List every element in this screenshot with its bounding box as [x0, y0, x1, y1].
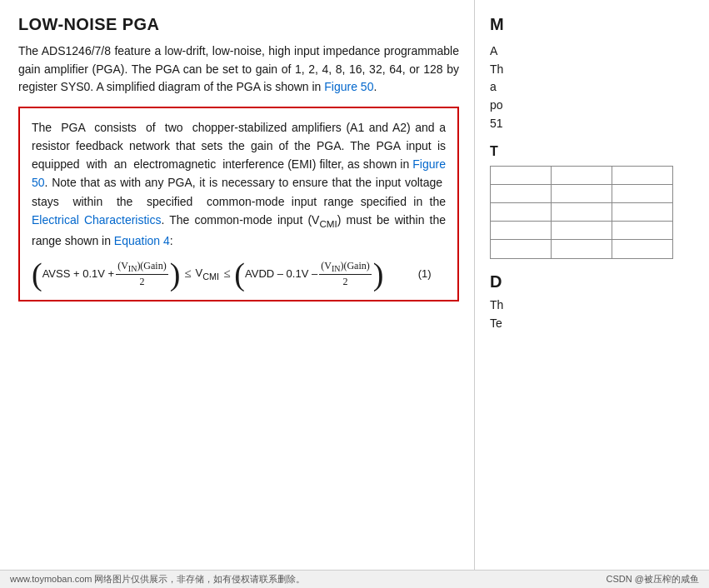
- frac1-numerator: (VIN)(Gain): [116, 260, 168, 275]
- table-row: [491, 185, 672, 203]
- left-column: LOW-NOISE PGA The ADS1246/7/8 feature a …: [0, 0, 475, 588]
- frac2-denominator: 2: [342, 275, 350, 288]
- intro-text-period: .: [373, 80, 377, 93]
- equation4-link[interactable]: Equation 4: [114, 234, 170, 247]
- right-paren-2: ): [373, 258, 384, 290]
- table-cell: [491, 240, 552, 258]
- left-paren-1: (: [32, 258, 42, 290]
- table-cell: [491, 222, 552, 239]
- fraction-2: (VIN)(Gain) 2: [319, 260, 372, 288]
- equation-row: ( AVSS + 0.1V + (VIN)(Gain) 2 ) ≤ VCMI ≤…: [32, 258, 446, 290]
- table-cell: [491, 203, 552, 221]
- fraction-1: (VIN)(Gain) 2: [116, 260, 168, 288]
- table-cell: [552, 185, 612, 202]
- intro-text-before-link: The ADS1246/7/8 feature a low-drift, low…: [18, 44, 459, 93]
- boxed-text-colon: :: [170, 234, 173, 247]
- electrical-characteristics-link[interactable]: Electrical Characteristics: [32, 213, 161, 227]
- vin-sub-2: IN: [332, 264, 341, 273]
- footer-right-text: CSDN @被压榨的咸鱼: [607, 573, 699, 586]
- right-text-d: Th Te: [490, 296, 697, 332]
- table-cell: [612, 167, 672, 184]
- vcmi-symbol: VCMI: [196, 267, 220, 282]
- table-cell: [552, 222, 612, 239]
- boxed-text-1: The PGA consists of two chopper-stabiliz…: [32, 121, 446, 171]
- footer-bar: www.toymoban.com 网络图片仅供展示，非存储，如有侵权请联系删除。…: [0, 570, 709, 588]
- figure50-link-intro[interactable]: Figure 50: [324, 80, 373, 93]
- right-table: [490, 166, 673, 259]
- table-row: [491, 222, 672, 240]
- right-text-a: A Th a po 51: [490, 42, 697, 132]
- table-cell: [612, 203, 672, 221]
- table-row: [491, 167, 672, 185]
- right-section-title-d: D: [490, 272, 697, 292]
- intro-paragraph: The ADS1246/7/8 feature a low-drift, low…: [18, 42, 459, 97]
- vcmi-sub-eq: CMI: [202, 272, 219, 282]
- vin-sub-1: IN: [128, 264, 137, 273]
- table-row: [491, 203, 672, 222]
- footer-left-text: www.toymoban.com 网络图片仅供展示，非存储，如有侵权请联系删除。: [10, 573, 305, 586]
- right-section-title-m: M: [490, 15, 697, 34]
- avss-text: AVSS + 0.1V +: [42, 267, 114, 280]
- vcmi-subscript: CMI: [319, 217, 337, 228]
- right-paren-1: ): [170, 258, 181, 290]
- boxed-paragraph: The PGA consists of two chopper-stabiliz…: [32, 118, 446, 250]
- table-cell: [612, 240, 672, 258]
- right-section-title-t: T: [490, 144, 697, 159]
- table-cell: [552, 203, 612, 221]
- table-cell: [552, 240, 612, 258]
- leq-symbol-2: ≤: [223, 267, 230, 281]
- right-column: M A Th a po 51 T: [475, 0, 709, 588]
- left-paren-2: (: [234, 258, 245, 290]
- table-cell: [552, 167, 612, 184]
- table-cell: [612, 222, 672, 239]
- avdd-text: AVDD – 0.1V –: [245, 267, 317, 280]
- leq-symbol-1: ≤: [184, 267, 191, 281]
- section-title: LOW-NOISE PGA: [18, 15, 459, 34]
- equation-number: (1): [418, 267, 432, 280]
- boxed-text-2: . Note that as with any PGA, it is neces…: [32, 176, 446, 207]
- frac1-denominator: 2: [137, 275, 146, 288]
- boxed-section: The PGA consists of two chopper-stabiliz…: [18, 107, 459, 301]
- table-cell: [612, 185, 672, 202]
- table-row: [491, 240, 672, 258]
- table-cell: [491, 185, 552, 202]
- frac2-numerator: (VIN)(Gain): [319, 260, 372, 275]
- table-cell: [491, 167, 552, 184]
